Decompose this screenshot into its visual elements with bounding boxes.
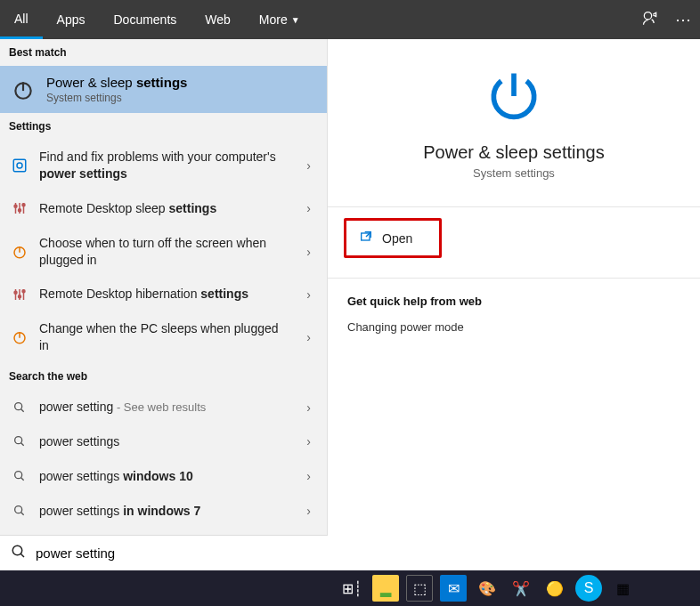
tab-documents[interactable]: Documents	[99, 0, 191, 39]
power-icon	[11, 77, 36, 102]
settings-icon	[11, 158, 28, 174]
web-item-label: power settings in windows 7	[39, 503, 296, 520]
chevron-right-icon: ›	[306, 434, 316, 448]
settings-item[interactable]: Choose when to turn off the screen when …	[0, 226, 327, 278]
tab-web[interactable]: Web	[191, 0, 245, 39]
open-label: Open	[382, 231, 412, 246]
power-hero-icon	[484, 66, 544, 130]
feedback-icon[interactable]	[641, 10, 659, 30]
chevron-right-icon: ›	[306, 201, 316, 215]
tab-more[interactable]: More▼	[245, 0, 314, 39]
chevron-right-icon: ›	[306, 158, 316, 173]
svg-line-28	[21, 513, 24, 515]
preview-subtitle: System settings	[473, 166, 555, 180]
search-input[interactable]	[36, 545, 317, 561]
web-item-label: power settings windows 10	[39, 468, 296, 485]
search-icon	[11, 544, 36, 563]
options-icon[interactable]: ⋯	[675, 10, 693, 29]
svg-point-4	[17, 163, 22, 168]
svg-line-22	[21, 408, 24, 411]
svg-point-23	[15, 437, 22, 444]
power-icon	[11, 329, 28, 345]
app-icon[interactable]: ▦	[609, 575, 636, 602]
search-tabs: All Apps Documents Web More▼ ⋯	[0, 0, 700, 39]
mail-icon[interactable]: ✉	[440, 575, 467, 602]
web-item[interactable]: power setting - See web results›	[0, 390, 327, 424]
svg-point-9	[19, 209, 21, 212]
web-item-label: power settings	[39, 433, 296, 450]
search-icon	[11, 469, 28, 483]
settings-item-label: Choose when to turn off the screen when …	[39, 235, 296, 269]
chevron-right-icon: ›	[306, 469, 316, 483]
settings-item[interactable]: Remote Desktop sleep settings›	[0, 191, 327, 226]
settings-item-label: Remote Desktop sleep settings	[39, 200, 296, 217]
file-explorer-icon[interactable]: ▂	[372, 575, 399, 602]
svg-point-8	[14, 205, 17, 207]
sliders-icon	[11, 200, 28, 216]
group-settings: Settings	[0, 113, 327, 140]
paint-icon[interactable]: 🎨	[474, 575, 501, 602]
open-button[interactable]: Open	[344, 218, 442, 258]
task-view-icon[interactable]: ⊞┊	[338, 575, 365, 602]
svg-line-24	[21, 443, 24, 446]
help-link[interactable]: Changing power mode	[347, 320, 680, 334]
best-match-title: Power & sleep settings	[46, 75, 187, 90]
svg-point-27	[15, 506, 22, 513]
svg-point-25	[15, 472, 22, 479]
search-box[interactable]	[0, 535, 328, 570]
svg-point-18	[22, 290, 25, 293]
tab-all[interactable]: All	[0, 0, 43, 39]
settings-item-label: Change when the PC sleeps when plugged i…	[39, 320, 296, 354]
settings-item-label: Find and fix problems with your computer…	[39, 149, 296, 182]
skype-icon[interactable]: S	[575, 575, 602, 602]
svg-line-26	[21, 478, 24, 481]
settings-item[interactable]: Find and fix problems with your computer…	[0, 140, 327, 191]
chevron-right-icon: ›	[306, 400, 316, 415]
taskbar: ⊞┊ ▂ ⬚ ✉ 🎨 ✂️ 🟡 S ▦	[0, 570, 700, 606]
store-icon[interactable]: ⬚	[406, 575, 433, 602]
svg-point-10	[22, 204, 25, 206]
best-match-subtitle: System settings	[46, 92, 187, 104]
divider	[328, 206, 700, 207]
chevron-right-icon: ›	[306, 287, 316, 302]
snip-icon[interactable]: ✂️	[508, 575, 534, 602]
chevron-right-icon: ›	[306, 330, 316, 344]
svg-point-17	[19, 295, 21, 298]
svg-point-0	[644, 12, 651, 19]
search-icon	[11, 504, 28, 518]
web-item[interactable]: power settings in windows 7›	[0, 494, 327, 529]
svg-line-33	[20, 553, 24, 557]
chrome-icon[interactable]: 🟡	[541, 575, 568, 602]
preview-panel: Power & sleep settings System settings O…	[328, 39, 700, 570]
best-match-result[interactable]: Power & sleep settings System settings	[0, 66, 327, 113]
tab-apps[interactable]: Apps	[43, 0, 100, 39]
settings-item[interactable]: Remote Desktop hibernation settings›	[0, 277, 327, 311]
open-icon	[359, 230, 373, 246]
chevron-right-icon: ›	[306, 245, 316, 259]
svg-point-21	[15, 402, 22, 409]
svg-point-32	[12, 545, 22, 555]
group-search-web: Search the web	[0, 363, 327, 390]
preview-title: Power & sleep settings	[423, 142, 604, 163]
svg-rect-3	[13, 159, 26, 172]
group-best-match: Best match	[0, 39, 327, 66]
settings-item-label: Remote Desktop hibernation settings	[39, 286, 296, 303]
web-item[interactable]: power settings›	[0, 424, 327, 459]
results-panel: Best match Power & sleep settings System…	[0, 39, 328, 570]
chevron-right-icon: ›	[306, 504, 316, 518]
web-item-label: power setting - See web results	[39, 399, 296, 416]
web-item[interactable]: power settings windows 10›	[0, 459, 327, 494]
sliders-icon	[11, 287, 28, 303]
power-icon	[11, 244, 28, 260]
settings-item[interactable]: Change when the PC sleeps when plugged i…	[0, 311, 327, 363]
search-icon	[11, 400, 28, 415]
svg-point-16	[14, 291, 17, 294]
search-icon	[11, 434, 28, 448]
help-header: Get quick help from web	[347, 295, 680, 308]
